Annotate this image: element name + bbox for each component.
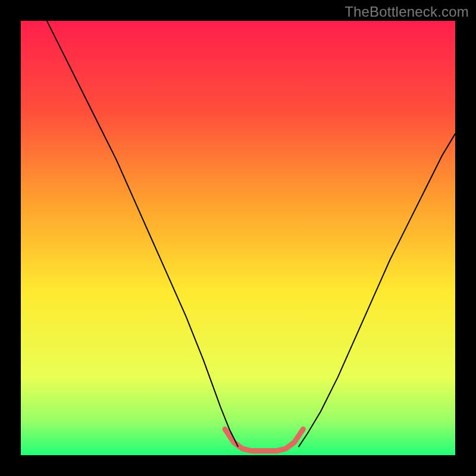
chart-svg	[21, 21, 455, 455]
watermark-text: TheBottleneck.com	[345, 4, 469, 20]
chart-frame: TheBottleneck.com	[0, 0, 476, 476]
plot-area	[21, 21, 455, 455]
gradient-background	[21, 21, 455, 455]
